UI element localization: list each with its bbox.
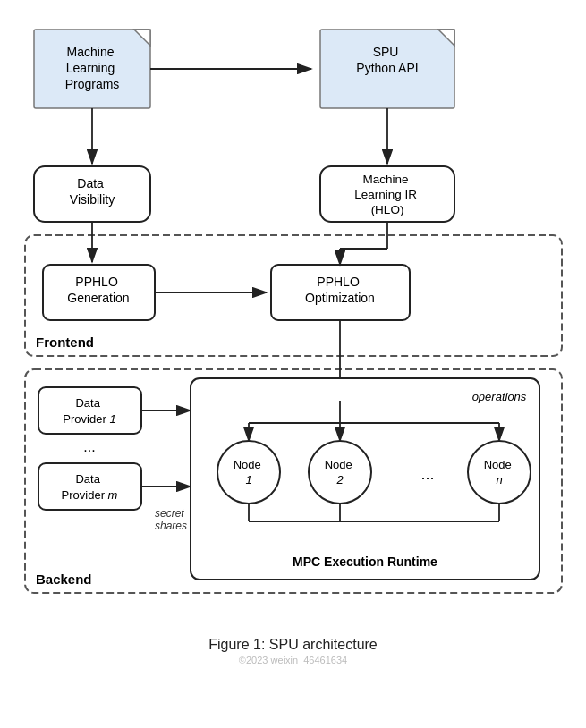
ml-ir-box: Machine Learning IR (HLO) (320, 166, 454, 222)
architecture-diagram: Machine Learning Programs SPU Python API (16, 16, 571, 624)
diagram-container: Machine Learning Programs SPU Python API (16, 16, 571, 665)
data-visibility-box: Data Visibility (34, 166, 150, 222)
node-2-circle: Node 2 (309, 441, 371, 504)
svg-rect-29 (38, 387, 141, 434)
svg-point-48 (309, 441, 371, 504)
pphlo-opt-box: PPHLO Optimization (271, 265, 410, 320)
svg-point-51 (468, 441, 531, 504)
node-n-circle: Node n (468, 441, 531, 504)
svg-text:Machine
        Learning
     : Machine Learning Programs (64, 45, 119, 91)
watermark-text: ©2023 weixin_46461634 (16, 655, 571, 665)
svg-text:...: ... (83, 439, 95, 454)
data-provider-m-box: Data Provider m (38, 463, 141, 510)
svg-text:shares: shares (155, 520, 187, 532)
figure-caption: Figure 1: SPU architecture ©2023 weixin_… (16, 637, 571, 665)
svg-text:...: ... (420, 465, 434, 483)
pphlo-gen-box: PPHLO Generation (43, 265, 155, 320)
spu-api-box: SPU Python API (320, 30, 454, 108)
node-1-circle: Node 1 (217, 441, 280, 504)
ml-programs-box: Machine Learning Programs (34, 30, 150, 108)
svg-text:MPC Execution Runtime: MPC Execution Runtime (293, 554, 437, 569)
svg-text:Frontend: Frontend (36, 334, 94, 350)
caption-text: Figure 1: SPU architecture (16, 637, 571, 653)
svg-text:secret: secret (155, 507, 184, 520)
svg-text:operations: operations (471, 390, 526, 403)
svg-rect-32 (38, 463, 141, 510)
svg-point-46 (217, 441, 280, 504)
data-provider-1-box: Data Provider 1 (38, 387, 141, 434)
svg-text:Backend: Backend (36, 571, 92, 587)
